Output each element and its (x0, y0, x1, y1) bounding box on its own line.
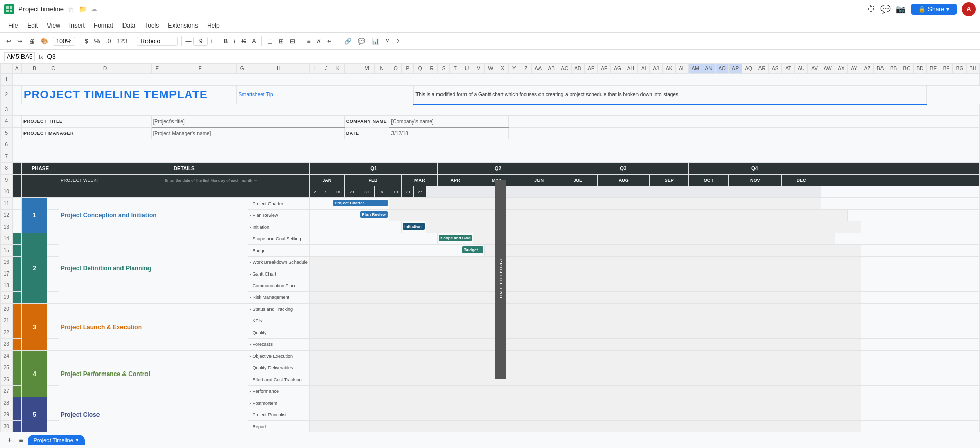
redo-button[interactable]: ↪ (15, 37, 24, 46)
font-family-input[interactable] (137, 37, 178, 46)
decimal-button[interactable]: .0 (104, 37, 113, 46)
col-q[interactable]: Q (414, 64, 426, 74)
add-sheet-button[interactable]: + (4, 436, 15, 445)
zoom-input[interactable] (53, 37, 75, 46)
link-button[interactable]: 🔗 (342, 37, 354, 46)
col-f[interactable]: F (163, 64, 237, 74)
col-o[interactable]: O (389, 64, 402, 74)
menu-extensions[interactable]: Extensions (164, 21, 202, 30)
proj-title-value[interactable]: [Project's title] (151, 116, 344, 128)
col-al[interactable]: AL (676, 64, 689, 74)
function-button[interactable]: Σ (394, 37, 402, 46)
percent-button[interactable]: % (92, 37, 102, 46)
chart-button[interactable]: 📊 (370, 37, 381, 46)
menu-edit[interactable]: Edit (23, 21, 42, 30)
col-ac[interactable]: AC (558, 64, 571, 74)
col-at[interactable]: AT (782, 64, 795, 74)
col-d[interactable]: D (59, 64, 151, 74)
menu-view[interactable]: View (43, 21, 64, 30)
formula-input[interactable] (47, 53, 976, 60)
col-b[interactable]: B (22, 64, 47, 74)
row3-empty[interactable] (12, 104, 979, 116)
col-ak[interactable]: AK (663, 64, 676, 74)
col-v[interactable]: V (473, 64, 484, 74)
col-r[interactable]: R (426, 64, 438, 74)
col-ah[interactable]: AH (624, 64, 638, 74)
col-aj[interactable]: AJ (650, 64, 663, 74)
row1-empty[interactable] (12, 74, 979, 86)
manager-value[interactable]: [Project Manager's name] (151, 128, 344, 139)
col-i[interactable]: I (309, 64, 321, 74)
col-af[interactable]: AF (598, 64, 611, 74)
merge-button[interactable]: ⊟ (288, 37, 297, 46)
col-p[interactable]: P (402, 64, 414, 74)
star-icon[interactable]: ☆ (68, 5, 75, 13)
col-w[interactable]: W (484, 64, 497, 74)
col-aw[interactable]: AW (821, 64, 835, 74)
col-y[interactable]: Y (508, 64, 520, 74)
col-bh[interactable]: BH (966, 64, 979, 74)
col-l[interactable]: L (344, 64, 359, 74)
cell-reference-input[interactable] (4, 52, 35, 61)
col-a[interactable]: A (12, 64, 21, 74)
col-ap[interactable]: AP (729, 64, 742, 74)
col-ag[interactable]: AG (610, 64, 624, 74)
col-ar[interactable]: AR (755, 64, 769, 74)
menu-tools[interactable]: Tools (140, 21, 163, 30)
plus-icon[interactable]: + (210, 38, 213, 45)
company-value[interactable]: [Company's name] (389, 116, 508, 128)
menu-insert[interactable]: Insert (65, 21, 89, 30)
menu-format[interactable]: Format (90, 21, 117, 30)
font-size-input[interactable] (193, 37, 208, 46)
col-bd[interactable]: BD (913, 64, 926, 74)
col-k[interactable]: K (332, 64, 344, 74)
col-g[interactable]: G (237, 64, 248, 74)
sheet-menu-button[interactable]: ≡ (17, 436, 25, 444)
minus-icon[interactable]: — (185, 38, 191, 45)
menu-file[interactable]: File (4, 21, 22, 30)
col-ai[interactable]: AI (638, 64, 650, 74)
undo-button[interactable]: ↩ (4, 37, 13, 46)
col-bg[interactable]: BG (953, 64, 966, 74)
menu-data[interactable]: Data (118, 21, 139, 30)
comment-button[interactable]: 💬 (356, 37, 368, 46)
col-m[interactable]: M (359, 64, 375, 74)
strikethrough-button[interactable]: S (239, 37, 248, 46)
spreadsheet-area[interactable]: A B C D E F G H I J K L M N O P Q R S T (0, 63, 980, 432)
row2-a[interactable] (12, 86, 21, 104)
col-as[interactable]: AS (769, 64, 782, 74)
project-timeline-tab[interactable]: Project Timeline ▾ (28, 435, 85, 445)
col-be[interactable]: BE (927, 64, 940, 74)
share-button[interactable]: 🔒 Share ▾ (911, 4, 957, 15)
align-button[interactable]: ≡ (305, 37, 312, 46)
paint-format-button[interactable]: 🎨 (39, 37, 51, 46)
cloud-icon[interactable]: ☁ (91, 5, 97, 13)
wrap-button[interactable]: ↵ (325, 37, 334, 46)
col-au[interactable]: AU (795, 64, 808, 74)
col-aq[interactable]: AQ (742, 64, 755, 74)
font-color-button[interactable]: A (250, 37, 258, 46)
col-aa[interactable]: AA (532, 64, 545, 74)
col-az[interactable]: AZ (861, 64, 874, 74)
col-u[interactable]: U (461, 64, 473, 74)
col-ao[interactable]: AO (715, 64, 728, 74)
filter-button[interactable]: ⊻ (383, 37, 392, 46)
number-format-button[interactable]: 123 (115, 37, 129, 46)
col-ay[interactable]: AY (848, 64, 861, 74)
history-icon[interactable]: ⏱ (867, 5, 875, 14)
col-bf[interactable]: BF (940, 64, 953, 74)
col-ae[interactable]: AE (584, 64, 598, 74)
col-n[interactable]: N (374, 64, 389, 74)
camera-icon[interactable]: 📷 (896, 4, 906, 14)
col-bc[interactable]: BC (900, 64, 913, 74)
folder-icon[interactable]: 📁 (79, 5, 87, 13)
col-t[interactable]: T (449, 64, 461, 74)
tip-desc-cell[interactable]: This is a modified form of a Gantt chart… (414, 86, 927, 104)
col-av[interactable]: AV (808, 64, 821, 74)
print-button[interactable]: 🖨 (27, 37, 37, 46)
avatar[interactable]: A (962, 2, 976, 16)
col-s[interactable]: S (438, 64, 450, 74)
chat-icon[interactable]: 💬 (880, 4, 891, 14)
smartsheet-tip-cell[interactable]: Smartsheet Tip → (237, 86, 414, 104)
col-ab[interactable]: AB (545, 64, 558, 74)
